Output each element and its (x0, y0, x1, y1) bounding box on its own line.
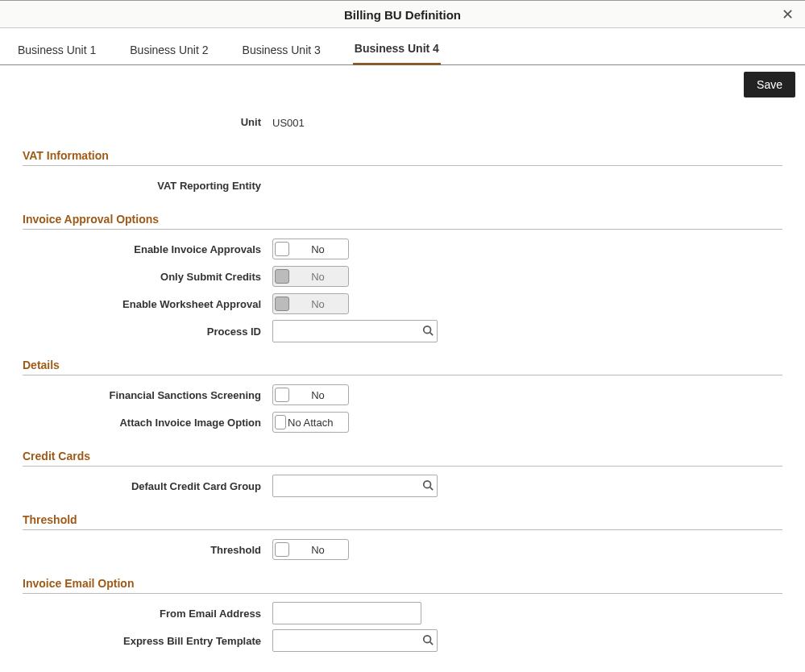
toggle-knob (275, 542, 289, 557)
enable-invoice-approvals-toggle[interactable]: No (272, 239, 349, 259)
divider (23, 375, 782, 375)
tab-business-unit-2[interactable]: Business Unit 2 (128, 34, 210, 64)
express-bill-template-label: Express Bill Entry Template (23, 635, 272, 647)
toggle-knob (275, 415, 286, 429)
toggle-knob (275, 388, 289, 402)
search-icon[interactable] (418, 634, 437, 648)
section-threshold-header: Threshold (23, 513, 782, 526)
svg-line-1 (429, 332, 433, 335)
toggle-knob (275, 297, 289, 311)
divider (23, 165, 782, 166)
unit-value: US001 (272, 115, 782, 129)
express-bill-template-input[interactable] (273, 635, 418, 647)
default-cc-group-label: Default Credit Card Group (23, 480, 272, 492)
search-icon[interactable] (418, 325, 437, 338)
toggle-text: No (289, 544, 346, 556)
title-bar: Billing BU Definition ✕ (0, 0, 805, 28)
fin-sanctions-toggle[interactable]: No (272, 384, 349, 405)
tab-bar: Business Unit 1 Business Unit 2 Business… (0, 28, 805, 65)
svg-point-4 (423, 635, 430, 642)
toggle-text: No (289, 271, 346, 283)
process-id-lookup[interactable] (272, 320, 438, 342)
divider (23, 229, 782, 230)
vat-reporting-entity-label: VAT Reporting Entity (23, 180, 272, 192)
vat-reporting-entity-value (272, 185, 782, 186)
section-credit-cards-header: Credit Cards (23, 450, 782, 463)
unit-label: Unit (23, 116, 272, 128)
process-id-input[interactable] (273, 326, 418, 338)
divider (23, 466, 782, 467)
divider (23, 593, 782, 594)
threshold-toggle[interactable]: No (272, 539, 349, 560)
content-scroll[interactable]: Save Unit US001 VAT Information VAT Repo… (0, 65, 805, 672)
svg-point-0 (423, 326, 430, 333)
section-invoice-email-header: Invoice Email Option (23, 577, 782, 590)
fin-sanctions-label: Financial Sanctions Screening (23, 389, 272, 401)
toggle-text: No (289, 389, 346, 401)
only-submit-credits-toggle: No (272, 266, 349, 287)
attach-invoice-option[interactable]: No Attach (272, 412, 349, 433)
divider (23, 529, 782, 530)
threshold-label: Threshold (23, 544, 272, 556)
section-details-header: Details (23, 359, 782, 371)
tab-business-unit-3[interactable]: Business Unit 3 (241, 34, 322, 64)
toggle-text: No (289, 298, 346, 310)
tab-business-unit-1[interactable]: Business Unit 1 (16, 34, 98, 64)
section-invoice-approval-header: Invoice Approval Options (23, 213, 782, 226)
toggle-text: No (289, 243, 346, 255)
default-cc-group-input[interactable] (273, 480, 418, 492)
toggle-knob (275, 269, 289, 284)
toggle-knob (275, 242, 289, 256)
svg-line-5 (429, 641, 433, 645)
process-id-label: Process ID (23, 326, 272, 338)
enable-worksheet-approval-label: Enable Worksheet Approval (23, 298, 272, 310)
svg-point-2 (423, 480, 430, 487)
close-icon[interactable]: ✕ (782, 1, 794, 29)
search-icon[interactable] (418, 479, 437, 493)
save-button[interactable]: Save (744, 72, 795, 97)
tab-business-unit-4[interactable]: Business Unit 4 (353, 32, 441, 65)
attach-invoice-label: Attach Invoice Image Option (23, 417, 272, 429)
only-submit-credits-label: Only Submit Credits (23, 271, 272, 283)
express-bill-template-lookup[interactable] (272, 629, 438, 652)
svg-line-3 (429, 487, 433, 490)
from-email-label: From Email Address (23, 608, 272, 620)
section-vat-header: VAT Information (23, 149, 782, 162)
enable-worksheet-approval-toggle: No (272, 293, 349, 314)
window-title: Billing BU Definition (344, 8, 461, 22)
enable-invoice-approvals-label: Enable Invoice Approvals (23, 243, 272, 255)
attach-invoice-value: No Attach (286, 417, 346, 429)
default-cc-group-lookup[interactable] (272, 475, 438, 497)
from-email-input[interactable] (272, 602, 421, 624)
